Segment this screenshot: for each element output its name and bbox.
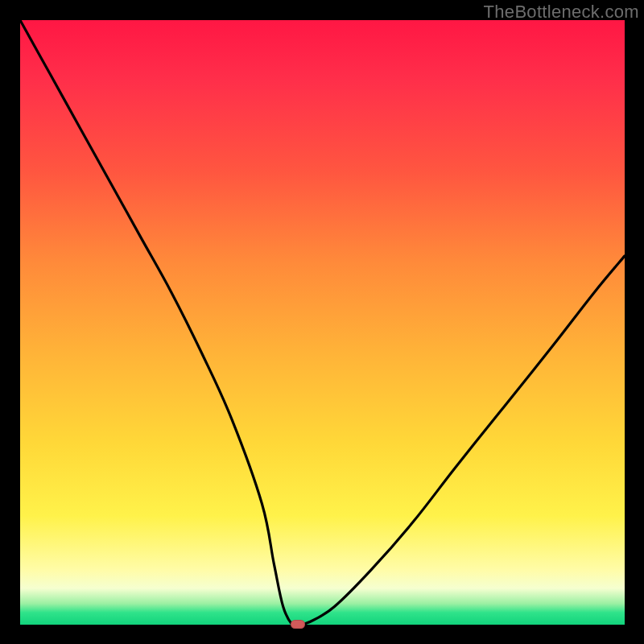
curve-layer — [20, 20, 625, 625]
optimal-point-marker — [291, 620, 305, 629]
watermark-text: TheBottleneck.com — [484, 2, 639, 23]
bottleneck-curve — [20, 20, 625, 626]
chart-frame: TheBottleneck.com — [0, 0, 644, 644]
